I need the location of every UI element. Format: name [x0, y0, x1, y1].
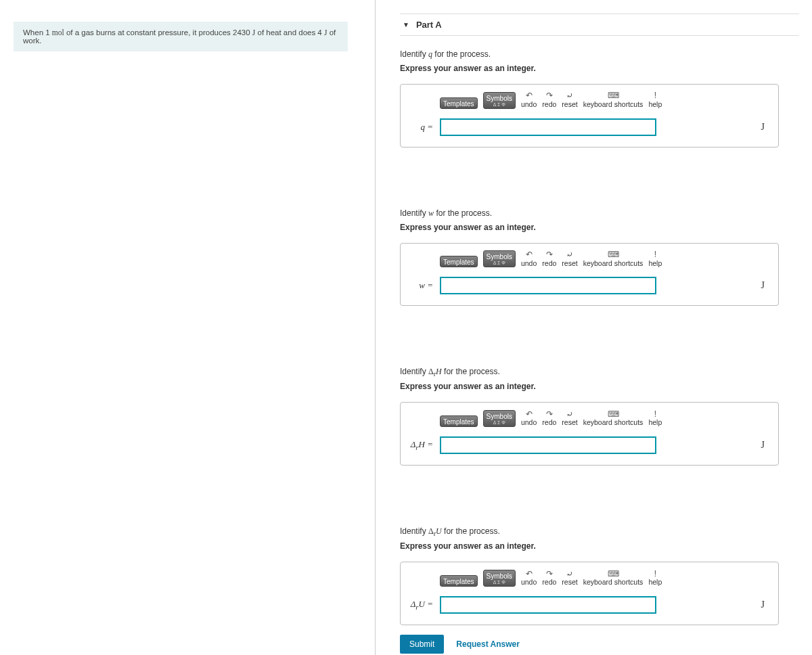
undo-button[interactable]: ↶undo — [520, 250, 538, 268]
redo-icon: ↷ — [546, 409, 553, 419]
keyboard-icon: ⌨ — [608, 409, 619, 419]
redo-icon: ↷ — [546, 91, 553, 101]
undo-button[interactable]: ↶undo — [520, 569, 538, 587]
help-icon: ! — [654, 91, 656, 101]
help-button[interactable]: !help — [647, 409, 663, 427]
keyboard-icon: ⌨ — [608, 250, 619, 260]
left-pane: When 1 mol of a gas burns at constant pr… — [0, 0, 376, 655]
request-answer-link[interactable]: Request Answer — [456, 639, 520, 649]
prompt: Identify ΔrH for the process. — [400, 367, 812, 378]
prompt: Identify w for the process. — [400, 208, 812, 219]
keyboard-shortcuts-button[interactable]: ⌨keyboard shortcuts — [582, 250, 645, 268]
text: Identify — [400, 367, 428, 376]
keyboard-icon: ⌨ — [608, 569, 619, 579]
symbols-button[interactable]: SymbolsΔ Σ Φ — [482, 250, 517, 267]
variable: ΔrU — [428, 526, 442, 536]
input-row: w = J — [409, 277, 770, 294]
prompt: Identify ΔrU for the process. — [400, 526, 812, 537]
text: Identify — [400, 208, 428, 218]
hint: Express your answer as an integer. — [400, 382, 812, 391]
help-button[interactable]: !help — [647, 569, 663, 587]
keyboard-shortcuts-button[interactable]: ⌨keyboard shortcuts — [582, 569, 645, 587]
part-title: Part A — [416, 20, 442, 30]
text: mol — [52, 28, 64, 37]
help-button[interactable]: !help — [647, 91, 663, 109]
undo-icon: ↶ — [526, 250, 533, 260]
submit-button[interactable]: Submit — [400, 635, 444, 654]
text: When 1 — [23, 28, 52, 37]
reset-icon: ⤾ — [566, 569, 573, 579]
text: for the process. — [432, 49, 491, 59]
toolbar: Templates SymbolsΔ Σ Φ ↶undo ↷redo ⤾rese… — [438, 91, 770, 109]
unit-label: J — [761, 600, 770, 610]
text: for the process. — [442, 526, 500, 536]
hint: Express your answer as an integer. — [400, 223, 812, 232]
reset-button[interactable]: ⤾reset — [560, 250, 579, 268]
text: Identify — [400, 49, 428, 59]
redo-button[interactable]: ↷redo — [541, 91, 558, 109]
reset-icon: ⤾ — [566, 91, 573, 101]
keyboard-icon: ⌨ — [608, 91, 619, 101]
lhs-label: ΔrH = — [409, 439, 433, 451]
answer-input-q[interactable] — [440, 118, 656, 136]
answer-panel: Templates SymbolsΔ Σ Φ ↶undo ↷redo ⤾rese… — [400, 84, 779, 148]
answer-input-drU[interactable] — [440, 596, 656, 614]
answer-input-w[interactable] — [440, 277, 656, 294]
page-container: When 1 mol of a gas burns at constant pr… — [0, 0, 812, 655]
actions: Submit Request Answer — [400, 635, 812, 654]
input-row: ΔrH = J — [409, 436, 770, 454]
input-row: q = J — [409, 118, 770, 136]
undo-icon: ↶ — [526, 409, 533, 419]
toolbar: Templates SymbolsΔ Σ Φ ↶undo ↷redo ⤾rese… — [438, 250, 770, 268]
lhs-label: w = — [409, 280, 433, 291]
question-drU: Identify ΔrU for the process. Express yo… — [400, 526, 812, 654]
answer-panel: Templates SymbolsΔ Σ Φ ↶undo ↷redo ⤾rese… — [400, 402, 779, 466]
templates-button[interactable]: Templates — [438, 575, 479, 587]
hint: Express your answer as an integer. — [400, 541, 812, 551]
text: Identify — [400, 526, 428, 536]
question-w: Identify w for the process. Express your… — [400, 208, 812, 307]
toolbar: Templates SymbolsΔ Σ Φ ↶undo ↷redo ⤾rese… — [438, 409, 770, 427]
answer-input-drH[interactable] — [440, 436, 656, 454]
templates-button[interactable]: Templates — [438, 97, 479, 109]
undo-icon: ↶ — [526, 569, 533, 579]
text: of heat and does 4 — [255, 28, 324, 37]
reset-icon: ⤾ — [566, 409, 573, 419]
unit-label: J — [761, 440, 770, 451]
templates-button[interactable]: Templates — [438, 256, 479, 267]
answer-panel: Templates SymbolsΔ Σ Φ ↶undo ↷redo ⤾rese… — [400, 243, 779, 307]
unit-label: J — [761, 280, 770, 291]
text: for the process. — [442, 367, 500, 376]
keyboard-shortcuts-button[interactable]: ⌨keyboard shortcuts — [582, 409, 645, 427]
redo-button[interactable]: ↷redo — [541, 409, 558, 427]
reset-button[interactable]: ⤾reset — [560, 91, 579, 109]
text: of a gas burns at constant pressure, it … — [64, 28, 252, 37]
hint: Express your answer as an integer. — [400, 64, 812, 73]
redo-button[interactable]: ↷redo — [541, 569, 558, 587]
reset-button[interactable]: ⤾reset — [560, 409, 579, 427]
redo-icon: ↷ — [546, 250, 553, 260]
help-button[interactable]: !help — [647, 250, 663, 268]
variable: w — [428, 208, 434, 218]
undo-icon: ↶ — [526, 91, 533, 101]
keyboard-shortcuts-button[interactable]: ⌨keyboard shortcuts — [582, 91, 645, 109]
symbols-button[interactable]: SymbolsΔ Σ Φ — [482, 92, 517, 109]
help-icon: ! — [654, 409, 656, 419]
reset-icon: ⤾ — [566, 250, 573, 260]
text: for the process. — [434, 208, 492, 218]
symbols-button[interactable]: SymbolsΔ Σ Φ — [482, 570, 517, 587]
symbols-button[interactable]: SymbolsΔ Σ Φ — [482, 410, 517, 427]
templates-button[interactable]: Templates — [438, 415, 479, 427]
unit-label: J — [761, 122, 770, 133]
undo-button[interactable]: ↶undo — [520, 409, 538, 427]
question-drH: Identify ΔrH for the process. Express yo… — [400, 367, 812, 466]
answer-panel: Templates SymbolsΔ Σ Φ ↶undo ↷redo ⤾rese… — [400, 562, 779, 625]
chevron-down-icon[interactable]: ▼ — [403, 21, 409, 28]
right-pane: ▼ Part A Identify q for the process. Exp… — [376, 0, 812, 655]
redo-button[interactable]: ↷redo — [541, 250, 558, 268]
part-header[interactable]: ▼ Part A — [400, 14, 799, 36]
undo-button[interactable]: ↶undo — [520, 91, 538, 109]
reset-button[interactable]: ⤾reset — [560, 569, 579, 587]
lhs-label: q = — [409, 122, 433, 133]
input-row: ΔrU = J — [409, 596, 770, 614]
